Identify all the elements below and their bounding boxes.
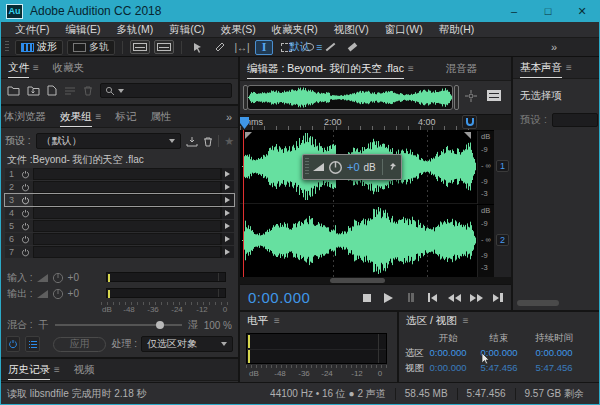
tab-markers[interactable]: 标记: [108, 106, 143, 127]
power-icon[interactable]: [18, 183, 33, 192]
skip-to-end-button[interactable]: [489, 291, 507, 305]
tab-history[interactable]: 历史记录 ≡: [1, 359, 67, 380]
preset-dropdown[interactable]: （默认）: [36, 133, 182, 149]
rack-power-button[interactable]: [6, 336, 20, 352]
tab-overflow-icon[interactable]: »: [226, 111, 238, 123]
view-duration-value[interactable]: 5:47.456: [536, 362, 573, 373]
mix-slider[interactable]: [55, 324, 182, 326]
menu-clip[interactable]: 剪辑(C): [161, 23, 213, 37]
panel-menu-icon[interactable]: ≡: [566, 62, 572, 73]
slip-tool-button[interactable]: |↔|: [233, 40, 251, 55]
power-icon[interactable]: [18, 170, 33, 179]
move-tool-button[interactable]: [189, 40, 207, 55]
pin-icon[interactable]: [387, 162, 397, 172]
delete-file-button[interactable]: [83, 85, 93, 96]
slot-arrow-icon[interactable]: [221, 168, 234, 180]
gain-knob-icon[interactable]: [52, 272, 64, 284]
panel-menu-icon[interactable]: ≡: [54, 364, 60, 375]
effect-slot[interactable]: 1: [5, 168, 234, 180]
volume-knob-icon[interactable]: [328, 160, 343, 175]
gain-knob-icon[interactable]: [52, 288, 64, 300]
menu-view[interactable]: 视图(V): [326, 23, 377, 37]
selection-duration-value[interactable]: 0:00.000: [536, 347, 573, 358]
skip-to-start-button[interactable]: [423, 291, 441, 305]
play-button[interactable]: [380, 291, 398, 305]
selection-start-value[interactable]: 0:00.000: [430, 347, 467, 358]
horizontal-scrollbar[interactable]: [240, 277, 511, 284]
pause-button[interactable]: [402, 291, 420, 305]
maximize-button[interactable]: □: [531, 0, 565, 22]
playhead-marker[interactable]: [240, 117, 249, 129]
slot-arrow-icon[interactable]: [221, 181, 234, 193]
effect-slot-field[interactable]: [33, 194, 221, 206]
tab-effects-rack[interactable]: 效果组 ≡: [53, 106, 108, 127]
slot-arrow-icon[interactable]: [221, 246, 234, 258]
toolbar-overflow-icon[interactable]: »: [551, 41, 557, 53]
effect-slot[interactable]: 5: [5, 220, 234, 232]
tab-properties[interactable]: 属性: [143, 106, 178, 127]
minimize-button[interactable]: –: [497, 0, 531, 22]
effect-slot-field[interactable]: [33, 246, 221, 258]
menu-favorites[interactable]: 收藏夹(R): [264, 23, 326, 37]
panel-menu-icon[interactable]: ≡: [96, 111, 102, 122]
fast-forward-button[interactable]: [467, 291, 485, 305]
toolbar-grip[interactable]: [5, 41, 9, 53]
time-display[interactable]: 0:00.000: [248, 289, 310, 306]
power-icon[interactable]: [18, 209, 33, 218]
menu-multitrack[interactable]: 多轨(M): [108, 23, 161, 37]
effect-slot-field[interactable]: [33, 181, 221, 193]
razor-tool-button[interactable]: [211, 40, 229, 55]
panel-menu-icon[interactable]: ≡: [274, 315, 280, 326]
horizontal-scrollbar[interactable]: [517, 300, 559, 306]
waveform-channel-2[interactable]: [242, 205, 476, 276]
workspace-menu-icon[interactable]: ≡: [316, 41, 322, 53]
tab-mixer[interactable]: 混音器: [439, 57, 485, 80]
current-time-indicator[interactable]: [243, 130, 244, 277]
zoom-navigator-icon[interactable]: [464, 89, 478, 103]
essential-preset-dropdown[interactable]: [552, 113, 598, 127]
power-icon[interactable]: [18, 248, 33, 257]
new-file-button[interactable]: [47, 85, 57, 96]
effect-slot-field[interactable]: [33, 233, 221, 245]
spot-healing-tool-button[interactable]: [343, 40, 361, 55]
effect-slot[interactable]: 6: [5, 233, 234, 245]
search-input[interactable]: [100, 83, 232, 98]
menu-effects[interactable]: 效果(S): [213, 23, 264, 37]
power-icon[interactable]: [18, 235, 33, 244]
effect-slot-selected[interactable]: 3: [5, 194, 234, 206]
favorite-star-icon[interactable]: ★: [224, 135, 234, 148]
menu-file[interactable]: 文件(F): [7, 23, 57, 37]
effect-slot[interactable]: 2: [5, 181, 234, 193]
slot-arrow-icon[interactable]: [221, 220, 234, 232]
menu-help[interactable]: 帮助(H): [431, 23, 483, 37]
menu-window[interactable]: 窗口(W): [377, 23, 431, 37]
effect-slot-field[interactable]: [33, 168, 221, 180]
effect-slot-field[interactable]: [33, 220, 221, 232]
editor-options-icon[interactable]: [486, 89, 502, 102]
snap-toggle-button[interactable]: [462, 115, 477, 129]
hud-grip[interactable]: [305, 158, 309, 176]
save-preset-button[interactable]: [186, 136, 198, 147]
slot-arrow-icon[interactable]: [221, 233, 234, 245]
effect-slot-field[interactable]: [33, 207, 221, 219]
tab-favorites[interactable]: 收藏夹: [46, 57, 92, 78]
time-selection-tool-button[interactable]: I: [255, 40, 273, 55]
volume-hud[interactable]: +0 dB: [302, 154, 402, 180]
waveform-display[interactable]: +0 dB dB -9 - ∞ -9: [240, 130, 511, 277]
spectral-pitch-button[interactable]: [154, 40, 174, 54]
tab-video[interactable]: 视频: [67, 359, 102, 380]
waveform-view-button[interactable]: 波形: [15, 40, 63, 55]
close-button[interactable]: ✕: [565, 0, 599, 22]
apply-button[interactable]: 应用: [53, 337, 106, 352]
paintbrush-tool-button[interactable]: [321, 40, 339, 55]
workspace-selector[interactable]: 默认: [289, 40, 310, 54]
channel-2-button[interactable]: 2: [496, 234, 509, 246]
tab-files[interactable]: 文件 ≡: [1, 57, 46, 78]
tab-essential-sound[interactable]: 基本声音 ≡: [513, 57, 579, 78]
effect-slot[interactable]: 4: [5, 207, 234, 219]
tab-editor[interactable]: 编辑器 : Beyond- 我们的天空 .flac ≡: [240, 57, 421, 80]
power-icon[interactable]: [18, 222, 33, 231]
slot-arrow-icon[interactable]: [221, 207, 234, 219]
panel-menu-icon[interactable]: ≡: [33, 62, 39, 73]
import-file-button[interactable]: [27, 86, 40, 96]
